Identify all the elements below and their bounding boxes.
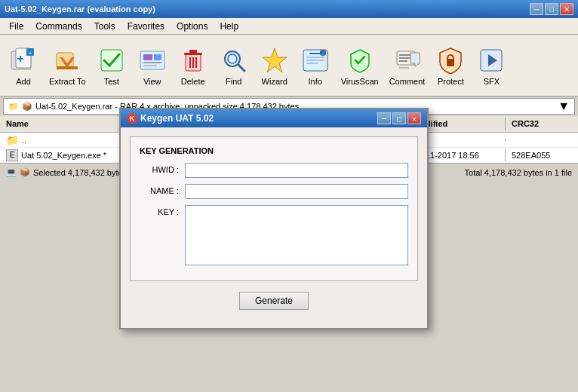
svg-rect-14 [154,54,161,60]
dialog-footer: Generate [130,289,418,319]
window-controls: ─ □ ✕ [530,3,573,15]
hwid-label: HWID : [140,163,185,174]
dialog-close-button[interactable]: ✕ [407,112,421,124]
dialog-controls: ─ □ ✕ [377,112,421,124]
status-icon1: 💻 [6,167,17,177]
virusscan-icon [345,45,375,75]
menu-options[interactable]: Options [171,20,214,33]
test-button[interactable]: Test [93,43,131,88]
key-label: KEY : [140,205,185,216]
svg-rect-13 [143,65,157,66]
test-icon [97,45,127,75]
svg-rect-29 [306,63,318,64]
svg-rect-3 [17,58,23,60]
name-row: NAME : [140,184,408,199]
svg-rect-10 [140,51,164,69]
info-label: Info [309,77,322,86]
extract-button[interactable]: Extract To [45,43,90,88]
svg-marker-24 [263,48,287,72]
delete-icon [178,45,208,75]
svg-rect-37 [447,59,454,66]
sfx-button[interactable]: SFX [472,43,510,88]
info-button[interactable]: i Info [297,43,334,88]
row-crc-0 [506,139,566,142]
virusscan-label: VirusScan [341,77,379,86]
path-dropdown[interactable]: ▼ [558,100,570,113]
svg-rect-16 [184,53,202,55]
hwid-row: HWID : [140,163,408,178]
wizard-label: Wizard [262,77,287,86]
sfx-label: SFX [484,77,500,86]
menu-help[interactable]: Help [214,20,244,33]
view-icon [137,45,168,75]
view-button[interactable]: View [134,43,171,88]
delete-button[interactable]: Delete [174,43,212,88]
menu-tools[interactable]: Tools [88,20,121,33]
svg-rect-11 [143,54,152,60]
title-bar: Uat-5.02_Keygen.rar (evaluation copy) ─ … [0,0,578,18]
svg-rect-27 [306,57,324,58]
folder-icon: 📁 [6,134,19,146]
protect-label: Protect [438,77,464,86]
hwid-input[interactable] [185,163,408,178]
comment-icon [392,45,423,75]
group-title: KEY GENERATION [140,146,408,155]
close-button[interactable]: ✕ [560,3,573,15]
protect-button[interactable]: Protect [432,43,469,88]
extract-icon [52,45,82,75]
extract-label: Extract To [49,77,86,86]
row-crc-1: 528EA055 [506,149,566,161]
svg-rect-8 [57,66,78,69]
keygen-dialog: K Keygen UAT 5.02 ─ □ ✕ KEY GENERATION H… [119,108,429,329]
add-icon: + [8,45,38,75]
generate-button[interactable]: Generate [239,292,309,310]
exe-icon: E [6,149,18,161]
virusscan-button[interactable]: VirusScan [337,43,383,88]
dialog-body: KEY GENERATION HWID : NAME : KEY : Gener… [121,127,427,328]
add-label: Add [16,77,31,86]
key-row: KEY : [140,205,408,265]
svg-line-22 [238,65,244,71]
wizard-icon [260,45,290,75]
minimize-button[interactable]: ─ [530,3,543,15]
window-title: Uat-5.02_Keygen.rar (evaluation copy) [5,5,155,14]
menu-bar: File Commands Tools Favorites Options He… [0,18,578,35]
find-label: Find [226,77,241,86]
key-textarea[interactable] [185,205,408,265]
dialog-app-icon: K [127,113,137,124]
svg-rect-17 [189,50,197,53]
dialog-maximize-button[interactable]: □ [392,112,406,124]
svg-rect-26 [309,53,321,54]
svg-rect-28 [306,60,324,61]
path-icon: 📁 [8,102,19,112]
comment-label: Comment [389,77,426,86]
test-label: Test [104,77,119,86]
dialog-minimize-button[interactable]: ─ [377,112,391,124]
add-button[interactable]: + Add [5,43,42,88]
maximize-button[interactable]: □ [545,3,558,15]
sfx-icon [476,45,506,75]
wizard-button[interactable]: Wizard [256,43,294,88]
find-icon [219,45,249,75]
key-generation-group: KEY GENERATION HWID : NAME : KEY : [130,136,418,281]
status-right: Total 4,178,432 bytes in 1 file [465,168,572,177]
svg-rect-12 [143,62,161,63]
name-label: NAME : [140,184,185,195]
menu-file[interactable]: File [3,20,29,33]
info-icon: i [300,45,331,75]
delete-label: Delete [181,77,205,86]
svg-text:+: + [29,50,32,57]
protect-icon [435,45,466,75]
path-icon2: 📦 [22,102,32,112]
find-button[interactable]: Find [215,43,253,88]
col-header-crc[interactable]: CRC32 [506,118,566,130]
name-input[interactable] [185,184,408,199]
menu-favorites[interactable]: Favorites [121,20,171,33]
toolbar: + Add Extract To Test View Delete Find [0,35,578,96]
comment-button[interactable]: Comment [386,43,429,88]
dialog-title-bar: K Keygen UAT 5.02 ─ □ ✕ [121,109,427,127]
menu-commands[interactable]: Commands [29,20,88,33]
view-label: View [143,77,161,86]
dialog-title-text: K Keygen UAT 5.02 [127,113,214,124]
status-icon2: 📦 [20,167,30,177]
